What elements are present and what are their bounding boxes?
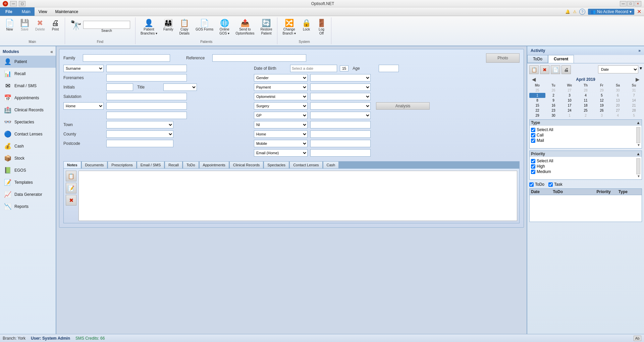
cal-day[interactable]: 1 <box>561 113 578 118</box>
app-close-btn[interactable]: ✕ <box>637 8 641 15</box>
menu-view[interactable]: View <box>35 7 51 16</box>
cal-day[interactable]: 3 <box>594 113 610 118</box>
gos-forms-button[interactable]: 📄 GOS Forms <box>193 18 216 33</box>
type-scrollbar[interactable] <box>636 127 640 143</box>
activity-tab-current[interactable]: Current <box>548 55 574 63</box>
type-select-all-cb[interactable] <box>531 128 535 132</box>
home-phone-input[interactable] <box>310 130 371 138</box>
sidebar-item-cash[interactable]: 💰 Cash <box>0 140 56 152</box>
priority-scroll-up[interactable]: ▲ <box>636 152 640 156</box>
address-type-select[interactable]: Home <box>63 102 104 110</box>
cal-day[interactable]: 17 <box>561 103 578 108</box>
act-notes-btn[interactable]: 📋 <box>529 65 539 74</box>
sidebar-item-contact-lenses[interactable]: 🔵 Contact Lenses <box>0 128 56 140</box>
cal-day[interactable]: 28 <box>578 88 594 93</box>
cal-day[interactable]: 21 <box>626 103 642 108</box>
photo-button[interactable]: Photo <box>486 53 520 63</box>
send-optom-button[interactable]: 📤 Send toOptomNotes <box>233 18 257 37</box>
act-delete-btn[interactable]: ✖ <box>540 65 549 74</box>
type-scroll-up[interactable]: ▲ <box>636 120 640 125</box>
surname-type-select[interactable]: Surname <box>63 65 104 72</box>
tab-clinical-records[interactable]: Clinical Records <box>229 161 263 168</box>
patient-branches-button[interactable]: 👤 PatientBranches ▾ <box>138 18 160 37</box>
change-branch-button[interactable]: 🔀 ChangeBranch ▾ <box>280 18 298 37</box>
cal-day[interactable]: 20 <box>610 103 626 108</box>
cal-day[interactable]: 29 <box>594 88 610 93</box>
type-scroll-down[interactable]: ▼ <box>531 143 640 147</box>
gender-value-select[interactable] <box>310 74 371 81</box>
cal-day[interactable]: 28 <box>626 108 642 113</box>
surname-input[interactable] <box>106 65 187 72</box>
sidebar-item-appointments[interactable]: 📅 Appointments <box>0 92 56 104</box>
sidebar-item-stock[interactable]: 📦 Stock <box>0 152 56 164</box>
priority-scrollbar[interactable] <box>636 158 640 174</box>
priority-scroll-down[interactable]: ▼ <box>531 174 640 178</box>
tab-cash[interactable]: Cash <box>323 161 339 168</box>
sidebar-item-spectacles[interactable]: 👓 Spectacles <box>0 116 56 128</box>
sidebar-item-recall[interactable]: 📊 Recall <box>0 68 56 80</box>
tab-spectacles[interactable]: Spectacles <box>264 161 289 168</box>
lock-button[interactable]: 🔒 Lock <box>300 18 313 33</box>
cal-day[interactable]: 22 <box>529 108 545 113</box>
search-button[interactable]: 🔭 Search <box>68 19 132 34</box>
mobile-select[interactable]: Mobile <box>254 140 308 147</box>
county-select[interactable] <box>106 130 173 138</box>
date-filter-select[interactable]: Date <box>598 65 638 73</box>
cal-day[interactable]: 3 <box>561 93 578 98</box>
home-phone-select[interactable]: Home <box>254 130 308 138</box>
cal-day[interactable]: 24 <box>561 108 578 113</box>
cal-day[interactable]: 26 <box>594 108 610 113</box>
cal-day[interactable]: 18 <box>578 103 594 108</box>
cal-day[interactable]: 6 <box>610 93 626 98</box>
activity-expand-btn[interactable]: » <box>638 48 641 53</box>
cal-next-btn[interactable]: ▶ <box>634 77 641 82</box>
town-select[interactable] <box>106 121 173 128</box>
activity-tab-todo[interactable]: ToDo <box>527 55 548 63</box>
forenames-input[interactable] <box>106 74 187 81</box>
priority-high-cb[interactable] <box>531 164 535 169</box>
cal-prev-btn[interactable]: ◀ <box>531 77 537 82</box>
restore-btn[interactable]: ▢ <box>19 1 25 6</box>
cal-day[interactable]: 15 <box>529 103 545 108</box>
gender-select[interactable]: Gender <box>254 74 308 81</box>
analysis-button[interactable]: Analysis <box>376 102 430 110</box>
surgery-select[interactable]: Surgery <box>254 102 308 110</box>
cal-day[interactable]: 16 <box>545 103 561 108</box>
address2-input[interactable] <box>106 112 187 119</box>
type-call-cb[interactable] <box>531 133 535 137</box>
logoff-button[interactable]: 🚪 LogOff <box>315 18 328 37</box>
search-input[interactable] <box>83 21 130 29</box>
sidebar-item-email-sms[interactable]: ✉ Email / SMS <box>0 80 56 92</box>
online-gos-button[interactable]: 🌐 OnlineGOS ▾ <box>217 18 232 37</box>
sidebar-item-patient[interactable]: 👤 Patient <box>0 56 56 68</box>
notes-edit-btn[interactable]: 📝 <box>66 183 76 193</box>
tab-appointments[interactable]: Appointments <box>199 161 229 168</box>
tab-documents[interactable]: Documents <box>82 161 108 168</box>
menu-file[interactable]: File <box>0 7 18 16</box>
titlebar-maximize[interactable]: □ <box>627 1 634 6</box>
priority-medium-cb[interactable] <box>531 170 535 174</box>
cal-day[interactable]: 14 <box>626 98 642 103</box>
surgery-value-select[interactable] <box>310 102 371 110</box>
copy-details-button[interactable]: 📋 CopyDetails <box>177 18 192 37</box>
cal-day[interactable]: 2 <box>578 113 594 118</box>
tab-prescriptions[interactable]: Prescriptions <box>108 161 137 168</box>
cal-day[interactable]: 25 <box>529 88 545 93</box>
address1-input[interactable] <box>106 102 187 110</box>
family-input[interactable] <box>83 54 170 62</box>
cal-day[interactable]: 27 <box>610 108 626 113</box>
cal-day[interactable]: 27 <box>561 88 578 93</box>
type-mail-cb[interactable] <box>531 138 535 143</box>
family-button[interactable]: 👨‍👩‍👧 Family <box>161 18 175 33</box>
tab-recall[interactable]: Recall <box>165 161 182 168</box>
cal-day[interactable]: 4 <box>610 113 626 118</box>
title-select[interactable] <box>163 83 197 91</box>
age-input[interactable] <box>379 65 399 72</box>
mobile-input[interactable] <box>310 140 371 147</box>
gp-select[interactable]: GP <box>254 112 308 119</box>
delete-button[interactable]: ✖ Delete <box>33 18 47 33</box>
save-button[interactable]: 💾 Save <box>18 18 32 33</box>
salutation-input[interactable] <box>106 93 187 100</box>
notes-delete-btn[interactable]: ✖ <box>66 195 76 206</box>
reference-input[interactable] <box>212 54 306 62</box>
